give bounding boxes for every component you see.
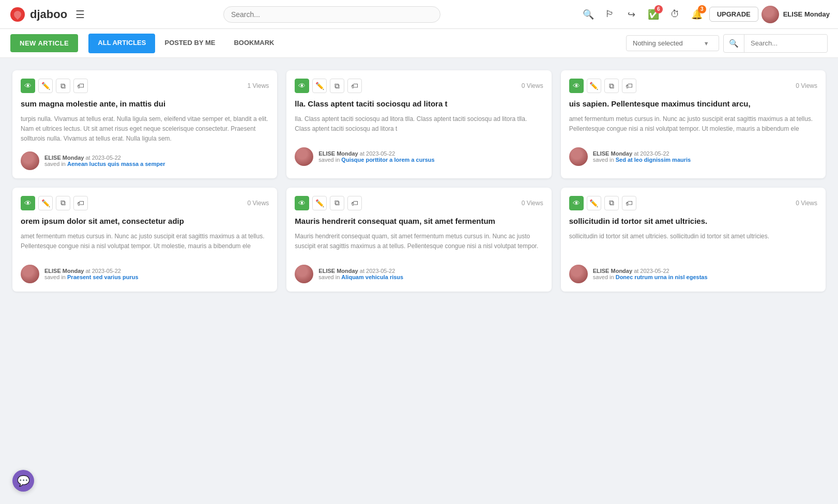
navbar: djaboo ☰ 🔍 🏳 ↪ ✅ 6 ⏱ 🔔 3 UPGRADE ELISE M… bbox=[0, 0, 838, 29]
main-content: 👁 ✏️ ⧉ 🏷 1 Views sum magna molestie ante… bbox=[0, 58, 838, 304]
view-icon-btn[interactable]: 👁 bbox=[569, 196, 584, 210]
new-article-button[interactable]: NEW ARTICLE bbox=[10, 34, 78, 52]
view-icon-btn[interactable]: 👁 bbox=[569, 79, 584, 93]
tab-all-articles[interactable]: ALL ARTICLES bbox=[88, 34, 155, 53]
view-icon-btn[interactable]: 👁 bbox=[21, 196, 35, 210]
bookmark-icon-btn[interactable]: 🏷 bbox=[622, 196, 636, 210]
article-date: at 2023-05-22 bbox=[360, 150, 395, 157]
edit-icon-btn[interactable]: ✏️ bbox=[312, 79, 327, 93]
tasks-icon-btn[interactable]: ✅ 6 bbox=[644, 5, 663, 24]
bell-icon-btn[interactable]: 🔔 3 bbox=[688, 5, 706, 24]
card-footer: ELISE Monday at 2023-05-22 saved in Aene… bbox=[21, 151, 269, 170]
share-icon-btn[interactable]: ↪ bbox=[622, 5, 641, 24]
card-footer: ELISE Monday at 2023-05-22 saved in Done… bbox=[569, 265, 817, 283]
article-title: orem ipsum dolor sit amet, consectetur a… bbox=[21, 216, 269, 226]
saved-in: saved in Sed at leo dignissim mauris bbox=[593, 157, 691, 163]
tasks-badge: 6 bbox=[654, 5, 663, 13]
bookmark-icon-btn[interactable]: 🏷 bbox=[347, 196, 362, 210]
tab-bookmark[interactable]: BOOKMARK bbox=[224, 34, 283, 53]
article-card: 👁 ✏️ ⧉ 🏷 0 Views lla. Class aptent tacit… bbox=[286, 70, 551, 178]
upgrade-button[interactable]: UPGRADE bbox=[709, 7, 758, 22]
card-actions: 👁 ✏️ ⧉ 🏷 bbox=[569, 79, 636, 93]
article-title: lla. Class aptent taciti sociosqu ad lit… bbox=[295, 98, 543, 109]
flag-icon-btn[interactable]: 🏳 bbox=[601, 5, 619, 24]
saved-in: saved in Quisque porttitor a lorem a cur… bbox=[318, 157, 434, 163]
filter-search-input[interactable] bbox=[744, 35, 827, 51]
bookmark-icon-btn[interactable]: 🏷 bbox=[73, 196, 88, 210]
saved-in-link[interactable]: Quisque porttitor a lorem a cursus bbox=[341, 157, 434, 163]
edit-icon-btn[interactable]: ✏️ bbox=[312, 196, 327, 210]
card-header: 👁 ✏️ ⧉ 🏷 0 Views bbox=[21, 196, 269, 210]
saved-in-link[interactable]: Donec rutrum urna in nisl egestas bbox=[616, 274, 708, 280]
author-info: ELISE Monday at 2023-05-22 saved in Aliq… bbox=[318, 268, 403, 280]
card-actions: 👁 ✏️ ⧉ 🏷 bbox=[295, 196, 362, 210]
edit-icon-btn[interactable]: ✏️ bbox=[38, 79, 53, 93]
card-header: 👁 ✏️ ⧉ 🏷 0 Views bbox=[569, 196, 817, 210]
author-avatar bbox=[295, 147, 313, 166]
filter-search-wrap: 🔍 bbox=[723, 34, 828, 53]
saved-in-link[interactable]: Sed at leo dignissim mauris bbox=[616, 157, 691, 163]
logo[interactable]: djaboo bbox=[8, 5, 67, 24]
category-select[interactable]: Nothing selected ▼ bbox=[626, 35, 719, 51]
saved-in: saved in Aenean luctus quis massa a semp… bbox=[44, 161, 165, 167]
saved-in-link[interactable]: Aliquam vehicula risus bbox=[341, 274, 403, 280]
card-actions: 👁 ✏️ ⧉ 🏷 bbox=[21, 79, 88, 93]
article-date: at 2023-05-22 bbox=[85, 155, 121, 161]
chat-bubble-button[interactable]: 💬 bbox=[12, 470, 34, 492]
author-info: ELISE Monday at 2023-05-22 saved in Aene… bbox=[44, 155, 165, 167]
filter-search-icon[interactable]: 🔍 bbox=[724, 35, 744, 52]
toolbar: NEW ARTICLE ALL ARTICLES POSTED BY ME BO… bbox=[0, 29, 838, 58]
author-avatar bbox=[21, 265, 39, 283]
hamburger-icon[interactable]: ☰ bbox=[75, 8, 85, 21]
article-date: at 2023-05-22 bbox=[360, 268, 395, 274]
copy-icon-btn[interactable]: ⧉ bbox=[56, 196, 70, 210]
view-icon-btn[interactable]: 👁 bbox=[295, 196, 309, 210]
author-info: ELISE Monday at 2023-05-22 saved in Sed … bbox=[593, 150, 691, 163]
edit-icon-btn[interactable]: ✏️ bbox=[587, 196, 601, 210]
card-footer: ELISE Monday at 2023-05-22 saved in Sed … bbox=[569, 147, 817, 166]
clock-icon-btn[interactable]: ⏱ bbox=[666, 5, 684, 24]
author-name: ELISE Monday bbox=[318, 150, 358, 157]
search-icon-btn[interactable]: 🔍 bbox=[579, 5, 598, 24]
copy-icon-btn[interactable]: ⧉ bbox=[330, 196, 344, 210]
article-title: sollicitudin id tortor sit amet ultricie… bbox=[569, 216, 817, 226]
view-icon-btn[interactable]: 👁 bbox=[295, 79, 309, 93]
bookmark-icon-btn[interactable]: 🏷 bbox=[73, 79, 88, 93]
article-title: Mauris hendrerit consequat quam, sit ame… bbox=[295, 216, 543, 226]
card-actions: 👁 ✏️ ⧉ 🏷 bbox=[295, 79, 362, 93]
card-actions: 👁 ✏️ ⧉ 🏷 bbox=[569, 196, 636, 210]
chevron-down-icon: ▼ bbox=[704, 40, 709, 47]
views-count: 0 Views bbox=[796, 200, 817, 207]
saved-in-link[interactable]: Praesent sed varius purus bbox=[67, 274, 139, 280]
avatar-image bbox=[761, 6, 779, 23]
saved-in-link[interactable]: Aenean luctus quis massa a semper bbox=[67, 161, 165, 167]
tab-posted-by-me[interactable]: POSTED BY ME bbox=[155, 34, 224, 53]
card-header: 👁 ✏️ ⧉ 🏷 0 Views bbox=[569, 79, 817, 93]
view-icon-btn[interactable]: 👁 bbox=[21, 79, 35, 93]
article-date: at 2023-05-22 bbox=[85, 268, 121, 274]
article-card: 👁 ✏️ ⧉ 🏷 0 Views orem ipsum dolor sit am… bbox=[12, 188, 277, 292]
nav-search-input[interactable] bbox=[223, 6, 440, 23]
nav-search-wrap bbox=[91, 6, 573, 23]
copy-icon-btn[interactable]: ⧉ bbox=[330, 79, 344, 93]
author-avatar bbox=[569, 265, 588, 283]
author-info: ELISE Monday at 2023-05-22 saved in Prae… bbox=[44, 268, 139, 280]
edit-icon-btn[interactable]: ✏️ bbox=[38, 196, 53, 210]
nav-icons: 🔍 🏳 ↪ ✅ 6 ⏱ 🔔 3 UPGRADE ELISE Monday bbox=[579, 5, 830, 24]
copy-icon-btn[interactable]: ⧉ bbox=[604, 196, 619, 210]
bookmark-icon-btn[interactable]: 🏷 bbox=[347, 79, 362, 93]
copy-icon-btn[interactable]: ⧉ bbox=[56, 79, 70, 93]
bookmark-icon-btn[interactable]: 🏷 bbox=[622, 79, 636, 93]
copy-icon-btn[interactable]: ⧉ bbox=[604, 79, 619, 93]
views-count: 0 Views bbox=[522, 82, 543, 89]
article-title: sum magna molestie ante, in mattis dui bbox=[21, 98, 269, 109]
card-header: 👁 ✏️ ⧉ 🏷 0 Views bbox=[295, 196, 543, 210]
author-info: ELISE Monday at 2023-05-22 saved in Done… bbox=[593, 268, 708, 280]
card-actions: 👁 ✏️ ⧉ 🏷 bbox=[21, 196, 88, 210]
article-card: 👁 ✏️ ⧉ 🏷 0 Views sollicitudin id tortor … bbox=[561, 188, 826, 292]
user-profile[interactable]: ELISE Monday bbox=[761, 6, 830, 23]
views-count: 0 Views bbox=[522, 200, 543, 207]
card-header: 👁 ✏️ ⧉ 🏷 1 Views bbox=[21, 79, 269, 93]
author-avatar bbox=[21, 151, 39, 170]
edit-icon-btn[interactable]: ✏️ bbox=[587, 79, 601, 93]
